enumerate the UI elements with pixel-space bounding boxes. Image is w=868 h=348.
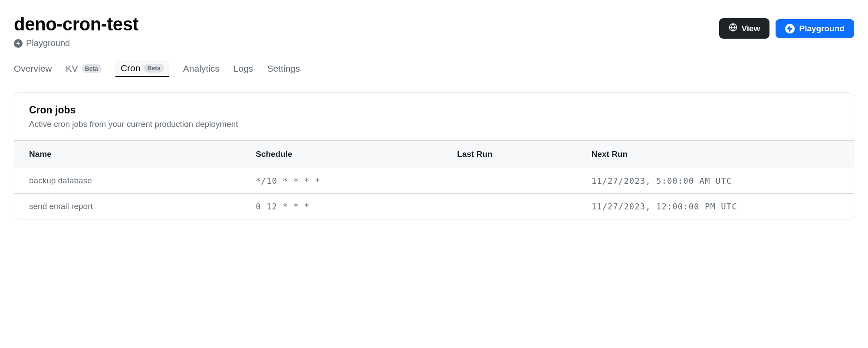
tab-analytics[interactable]: Analytics	[183, 61, 220, 76]
table-header-row: Name Schedule Last Run Next Run	[14, 141, 854, 168]
col-header-name: Name	[14, 141, 241, 168]
cell-name: send email report	[14, 194, 241, 219]
tab-label: Cron	[121, 63, 141, 73]
project-type-row: Playground	[14, 38, 138, 48]
view-button-label: View	[742, 24, 760, 33]
tab-label: KV	[66, 63, 78, 74]
tab-label: Logs	[233, 63, 253, 74]
panel-description: Active cron jobs from your current produ…	[29, 119, 839, 129]
project-type-label: Playground	[26, 38, 70, 48]
tab-overview[interactable]: Overview	[14, 61, 52, 76]
action-buttons: View Playground	[719, 18, 854, 39]
col-header-nextrun: Next Run	[577, 141, 854, 168]
panel-title: Cron jobs	[29, 104, 839, 116]
tabs: Overview KV Beta Cron Beta Analytics Log…	[14, 60, 854, 77]
cron-panel: Cron jobs Active cron jobs from your cur…	[14, 93, 854, 219]
cell-schedule: */10 * * * *	[241, 168, 442, 194]
page-title: deno-cron-test	[14, 14, 138, 35]
cell-lastrun	[442, 194, 576, 219]
tab-settings[interactable]: Settings	[267, 61, 300, 76]
col-header-schedule: Schedule	[241, 141, 442, 168]
tab-kv[interactable]: KV Beta	[66, 61, 102, 76]
cell-name: backup database	[14, 168, 241, 194]
table-row: send email report 0 12 * * * 11/27/2023,…	[14, 194, 854, 219]
beta-badge: Beta	[144, 64, 164, 73]
tab-logs[interactable]: Logs	[233, 61, 253, 76]
panel-header: Cron jobs Active cron jobs from your cur…	[14, 93, 854, 140]
cell-schedule: 0 12 * * *	[241, 194, 442, 219]
cron-table: Name Schedule Last Run Next Run backup d…	[14, 140, 854, 219]
playground-button-label: Playground	[799, 24, 845, 33]
cell-nextrun: 11/27/2023, 5:00:00 AM UTC	[577, 168, 854, 194]
tab-cron[interactable]: Cron Beta	[115, 60, 169, 77]
bolt-icon	[14, 39, 23, 48]
tab-label: Settings	[267, 63, 300, 74]
tab-label: Analytics	[183, 63, 220, 74]
title-block: deno-cron-test Playground	[14, 14, 138, 48]
col-header-lastrun: Last Run	[442, 141, 576, 168]
tab-label: Overview	[14, 63, 52, 74]
cell-lastrun	[442, 168, 576, 194]
view-button[interactable]: View	[719, 18, 770, 39]
bolt-icon	[785, 24, 795, 33]
globe-icon	[729, 23, 737, 34]
table-row: backup database */10 * * * * 11/27/2023,…	[14, 168, 854, 194]
playground-button[interactable]: Playground	[776, 19, 854, 38]
beta-badge: Beta	[82, 64, 102, 73]
cell-nextrun: 11/27/2023, 12:00:00 PM UTC	[577, 194, 854, 219]
